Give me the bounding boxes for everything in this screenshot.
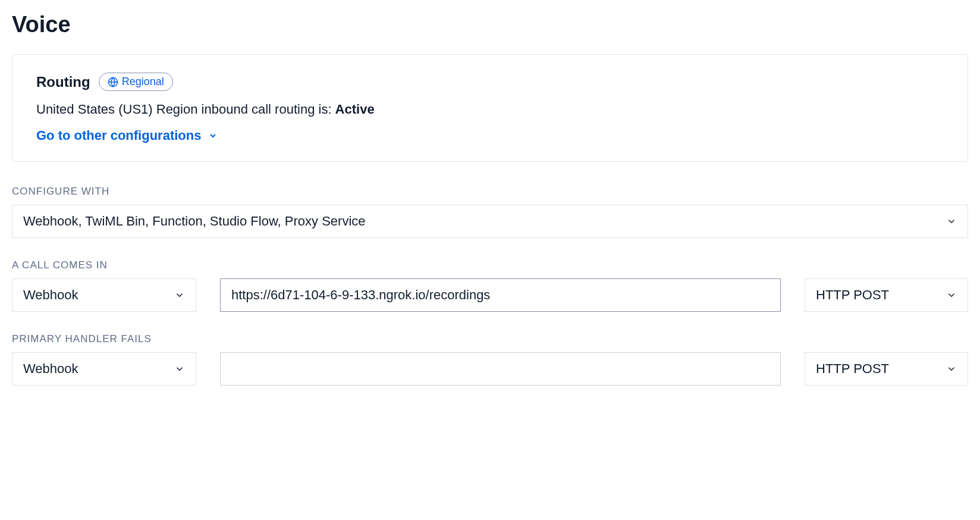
chevron-down-icon xyxy=(174,290,185,300)
chevron-down-icon xyxy=(946,364,957,374)
primary-handler-type-select[interactable]: Webhook xyxy=(12,352,196,386)
other-configurations-label: Go to other configurations xyxy=(36,128,201,143)
chevron-down-icon xyxy=(174,364,185,374)
regional-badge[interactable]: Regional xyxy=(99,73,173,91)
primary-handler-fails-label: PRIMARY HANDLER FAILS xyxy=(12,333,968,345)
call-comes-in-type-value: Webhook xyxy=(23,287,78,303)
call-comes-in-url-input[interactable] xyxy=(220,278,781,312)
other-configurations-link[interactable]: Go to other configurations xyxy=(36,128,218,143)
routing-status-prefix: United States (US1) Region inbound call … xyxy=(36,102,335,117)
call-comes-in-row: Webhook HTTP POST xyxy=(12,278,968,312)
globe-icon xyxy=(108,77,118,87)
regional-badge-label: Regional xyxy=(122,76,164,88)
primary-handler-type-value: Webhook xyxy=(23,361,78,377)
primary-handler-fails-row: Webhook HTTP POST xyxy=(12,352,968,386)
call-comes-in-type-select[interactable]: Webhook xyxy=(12,278,196,312)
routing-title: Routing xyxy=(36,74,90,90)
chevron-down-icon xyxy=(946,290,957,300)
call-comes-in-method-value: HTTP POST xyxy=(816,287,889,303)
configure-with-label: CONFIGURE WITH xyxy=(12,186,968,198)
configure-with-value: Webhook, TwiML Bin, Function, Studio Flo… xyxy=(23,214,366,229)
primary-handler-method-value: HTTP POST xyxy=(816,361,889,377)
call-comes-in-label: A CALL COMES IN xyxy=(12,259,968,271)
routing-status: United States (US1) Region inbound call … xyxy=(36,102,944,117)
primary-handler-method-select[interactable]: HTTP POST xyxy=(805,352,968,386)
routing-header: Routing Regional xyxy=(36,73,944,91)
primary-handler-url-input[interactable] xyxy=(220,352,781,386)
routing-status-value: Active xyxy=(335,102,375,117)
call-comes-in-method-select[interactable]: HTTP POST xyxy=(805,278,968,312)
configure-with-select[interactable]: Webhook, TwiML Bin, Function, Studio Flo… xyxy=(12,205,968,238)
page-title: Voice xyxy=(12,12,968,37)
routing-card: Routing Regional United States (US1) Reg… xyxy=(12,54,968,162)
chevron-down-icon xyxy=(946,216,957,227)
chevron-down-icon xyxy=(208,131,218,140)
